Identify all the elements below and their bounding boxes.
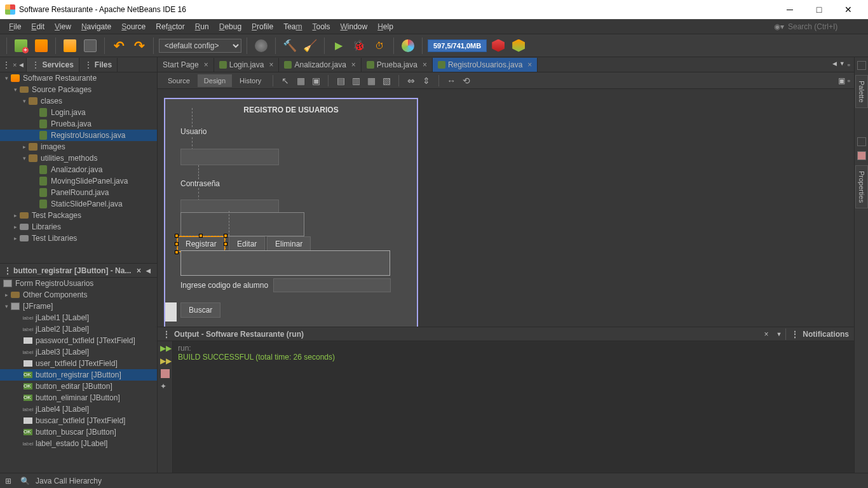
palette-toggle-icon[interactable] — [857, 61, 866, 70]
navigator-item[interactable]: labellabel_estado [JLabel] — [0, 438, 157, 449]
search-input[interactable] — [788, 22, 864, 31]
palette-tab[interactable]: Palette — [855, 75, 868, 108]
editor-tab[interactable]: RegistroUsuarios.java× — [433, 58, 538, 72]
cube2-button[interactable] — [510, 37, 527, 55]
navigator-item[interactable]: OKbutton_eliminar [JButton] — [0, 392, 157, 403]
resize-v-icon[interactable]: ⟲ — [459, 74, 473, 88]
buscar-button[interactable]: Buscar — [180, 302, 220, 318]
output-min[interactable]: ▼ — [772, 331, 785, 337]
navigator-item[interactable]: OKbutton_editar [JButton] — [0, 381, 157, 392]
panel-large[interactable] — [180, 250, 390, 276]
close-tab-icon[interactable]: × — [423, 60, 427, 69]
menu-profile[interactable]: Profile — [247, 20, 278, 33]
close-tab-icon[interactable]: × — [351, 60, 356, 69]
output-text[interactable]: run: BUILD SUCCESSFUL (total time: 26 se… — [173, 341, 854, 473]
output-tab[interactable]: ⋮Output - Software Restaurante (run) — [158, 328, 313, 341]
navigator-min[interactable]: ◀ — [144, 268, 153, 274]
source-view-tab[interactable]: Source — [161, 74, 196, 87]
navigator-item[interactable]: labeljLabel3 [JLabel] — [0, 346, 157, 358]
properties-toggle-icon[interactable] — [857, 137, 866, 146]
services-tab[interactable]: ⋮Services — [27, 58, 79, 72]
center-v-icon[interactable]: ⇕ — [419, 74, 433, 88]
new-project-button[interactable] — [32, 37, 50, 55]
files-tab[interactable]: ⋮Files — [79, 58, 118, 72]
usuario-input[interactable] — [180, 149, 279, 165]
designer-toggle2-icon[interactable]: ▫ — [848, 76, 850, 85]
run-button[interactable]: ▶ — [330, 37, 348, 55]
menu-run[interactable]: Run — [190, 20, 214, 33]
navigator-item[interactable]: labeljLabel1 [JLabel] — [0, 312, 157, 323]
tab-nav-left-icon[interactable]: ◀ — [832, 60, 837, 69]
navigator-item[interactable]: OKbutton_buscar [JButton] — [0, 426, 157, 438]
undo-button[interactable]: ↶ — [110, 37, 128, 55]
buscar-input[interactable] — [273, 278, 391, 292]
design-view-tab[interactable]: Design — [198, 74, 232, 87]
tab-max-icon[interactable]: ▫ — [848, 60, 850, 69]
navigator-close[interactable]: × — [134, 266, 144, 275]
navigator-item[interactable]: OKbutton_registrar [JButton] — [0, 369, 157, 381]
navigator-item[interactable]: labeljLabel2 [JLabel] — [0, 323, 157, 335]
registrar-button[interactable]: Registrar — [177, 236, 225, 252]
history-view-tab[interactable]: History — [233, 74, 268, 87]
connection-mode-icon[interactable]: ▦ — [294, 74, 308, 88]
menu-tools[interactable]: Tools — [307, 20, 335, 33]
rerun2-icon[interactable]: ▶▶ — [160, 356, 170, 365]
menu-refactor[interactable]: Refactor — [151, 20, 189, 33]
settings-icon[interactable]: ✦ — [160, 382, 170, 391]
rerun-icon[interactable]: ▶▶ — [160, 344, 170, 353]
form-designer[interactable]: REGISTRO DE USUARIOS Usuario Contraseña … — [158, 89, 854, 327]
redo-button[interactable]: ↷ — [130, 37, 148, 55]
align-right-icon[interactable]: ▥ — [349, 74, 363, 88]
resize-h-icon[interactable]: ↔ — [444, 74, 458, 88]
save-all-button[interactable] — [81, 37, 99, 55]
status-search-icon[interactable]: 🔍 — [20, 477, 29, 485]
panel-component[interactable] — [180, 212, 304, 236]
editor-tab[interactable]: Prueba.java× — [362, 58, 433, 72]
notifications-tab[interactable]: ⋮Notifications — [786, 328, 854, 341]
close-tab-icon[interactable]: × — [204, 60, 208, 69]
editor-tab[interactable]: Analizador.java× — [279, 58, 361, 72]
menu-help[interactable]: Help — [372, 20, 398, 33]
build-button[interactable]: 🔨 — [281, 37, 299, 55]
menu-view[interactable]: View — [50, 20, 76, 33]
navigator-item[interactable]: buscar_txtfield [JTextField] — [0, 415, 157, 426]
menu-window[interactable]: Window — [336, 20, 373, 33]
properties-toggle2-icon[interactable] — [857, 151, 866, 160]
memory-indicator[interactable]: 597,5/741,0MB — [428, 39, 487, 52]
navigator-item[interactable]: user_txtfield [JTextField] — [0, 358, 157, 369]
properties-tab[interactable]: Properties — [855, 165, 868, 208]
debug-button[interactable]: 🐞 — [350, 37, 368, 55]
minimize-button[interactable]: ─ — [775, 0, 804, 19]
close-tab-icon[interactable]: × — [269, 60, 273, 69]
align-top-icon[interactable]: ▦ — [364, 74, 378, 88]
close-button[interactable]: ✕ — [834, 0, 863, 19]
form-canvas[interactable]: REGISTRO DE USUARIOS Usuario Contraseña … — [164, 98, 418, 327]
menu-team[interactable]: Team — [278, 20, 307, 33]
clean-build-button[interactable]: 🧹 — [301, 37, 319, 55]
output-close[interactable]: × — [760, 330, 772, 339]
preview-icon[interactable]: ▣ — [309, 74, 323, 88]
editar-button[interactable]: Editar — [229, 236, 265, 252]
menu-debug[interactable]: Debug — [214, 20, 247, 33]
open-project-button[interactable] — [61, 37, 79, 55]
cube1-button[interactable] — [489, 37, 507, 55]
menu-navigate[interactable]: Navigate — [76, 20, 116, 33]
menu-file[interactable]: File — [4, 20, 26, 33]
editor-tab[interactable]: Start Page× — [158, 58, 214, 72]
eliminar-button[interactable]: Eliminar — [267, 236, 311, 252]
profile-button[interactable]: ⏱ — [370, 37, 388, 55]
new-file-button[interactable] — [12, 37, 30, 55]
align-bottom-icon[interactable]: ▧ — [379, 74, 393, 88]
editor-tab[interactable]: Login.java× — [214, 58, 280, 72]
align-left-icon[interactable]: ▤ — [334, 74, 348, 88]
designer-toggle1-icon[interactable]: ▣ — [838, 76, 845, 85]
stop-icon[interactable] — [161, 369, 170, 378]
center-h-icon[interactable]: ⇔ — [404, 74, 418, 88]
menu-edit[interactable]: Edit — [26, 20, 50, 33]
maximize-button[interactable]: □ — [804, 0, 834, 19]
status-hierarchy[interactable]: Java Call Hierarchy — [36, 477, 102, 485]
navigator-item[interactable]: labeljLabel4 [JLabel] — [0, 403, 157, 415]
projects-tab-left[interactable]: ⋮×◀ — [0, 58, 27, 72]
project-tree[interactable]: ▾Software Restaurante ▾Source Packages ▾… — [0, 72, 157, 263]
close-tab-icon[interactable]: × — [527, 60, 532, 69]
